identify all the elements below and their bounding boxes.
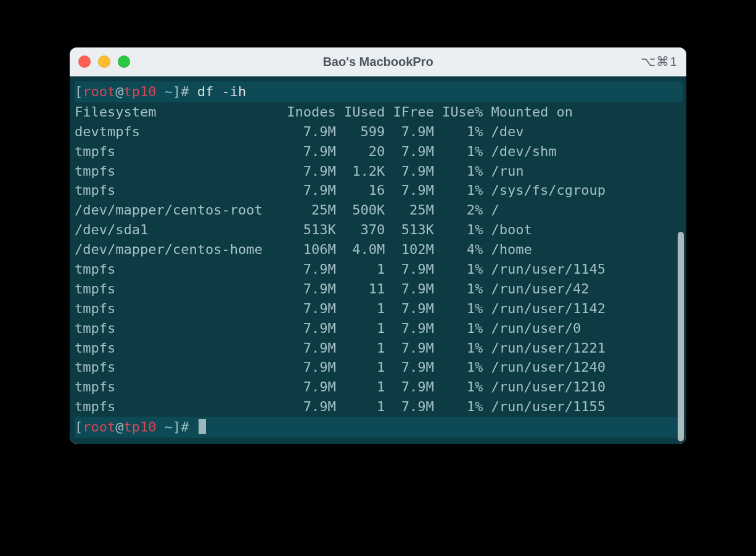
df-row: tmpfs 7.9M 1 7.9M 1% /run/user/1142 (75, 301, 606, 316)
df-row: devtmpfs 7.9M 599 7.9M 1% /dev (75, 124, 524, 139)
prompt-line-2: [root@tp10 ~]# (75, 417, 683, 438)
df-row: tmpfs 7.9M 1 7.9M 1% /run/user/1145 (75, 261, 606, 277)
cursor-icon (199, 419, 206, 434)
scrollbar-thumb[interactable] (678, 232, 684, 441)
prompt-host: tp10 (123, 84, 156, 99)
df-row: tmpfs 7.9M 20 7.9M 1% /dev/shm (75, 144, 556, 159)
titlebar: Bao's MacbookPro ⌥⌘1 (70, 47, 686, 76)
df-row: tmpfs 7.9M 11 7.9M 1% /run/user/42 (75, 281, 589, 296)
df-row: tmpfs 7.9M 1 7.9M 1% /run/user/1155 (75, 399, 606, 414)
terminal-window: Bao's MacbookPro ⌥⌘1 [root@tp10 ~]# df -… (70, 47, 686, 444)
df-row: tmpfs 7.9M 1 7.9M 1% /run/user/1221 (75, 340, 606, 356)
zoom-icon[interactable] (118, 55, 130, 68)
minimize-icon[interactable] (98, 55, 110, 68)
df-header-row: Filesystem Inodes IUsed IFree IUse% Moun… (75, 104, 573, 120)
df-row: tmpfs 7.9M 1 7.9M 1% /run/user/1210 (75, 379, 606, 395)
df-rows: devtmpfs 7.9M 599 7.9M 1% /dev tmpfs 7.9… (75, 122, 683, 417)
window-title: Bao's MacbookPro (70, 55, 686, 69)
prompt-symbol: # (181, 84, 189, 99)
df-row: tmpfs 7.9M 1.2K 7.9M 1% /run (75, 163, 524, 179)
traffic-lights (78, 55, 130, 68)
prompt-path: ~ (165, 84, 173, 99)
df-row: /dev/sda1 513K 370 513K 1% /boot (75, 222, 532, 237)
df-row: /dev/mapper/centos-root 25M 500K 25M 2% … (75, 202, 499, 218)
df-row: tmpfs 7.9M 16 7.9M 1% /sys/fs/cgroup (75, 182, 606, 198)
df-row: tmpfs 7.9M 1 7.9M 1% /run/user/1240 (75, 359, 606, 375)
terminal-body[interactable]: [root@tp10 ~]# df -ih Filesystem Inodes … (70, 76, 686, 444)
prompt-user: root (83, 84, 115, 99)
prompt-command: df -ih (197, 84, 246, 99)
window-shortcut: ⌥⌘1 (641, 54, 678, 69)
df-row: /dev/mapper/centos-home 106M 4.0M 102M 4… (75, 242, 532, 257)
prompt-line-1: [root@tp10 ~]# df -ih (75, 81, 683, 102)
df-row: tmpfs 7.9M 1 7.9M 1% /run/user/0 (75, 321, 581, 336)
close-icon[interactable] (78, 55, 91, 68)
